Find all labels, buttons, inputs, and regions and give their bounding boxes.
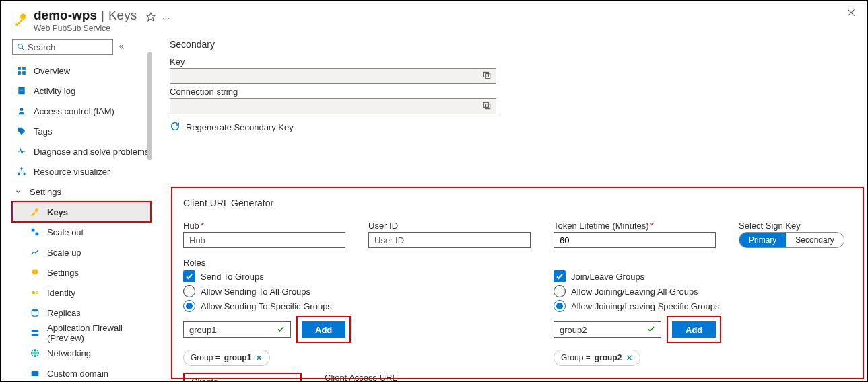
heart-icon — [16, 146, 27, 157]
conn-field[interactable] — [170, 98, 496, 114]
sidebar-settings-header[interactable]: Settings — [12, 182, 151, 202]
scaleout-icon — [30, 227, 40, 237]
svg-rect-23 — [36, 233, 39, 236]
radio-icon — [554, 285, 566, 297]
service-type: Web PubSub Service — [34, 24, 137, 33]
identity-icon — [30, 287, 40, 298]
sidebar-item-firewall[interactable]: Application Firewall (Preview) — [12, 323, 151, 343]
regen-secondary-button[interactable]: Regenerate Secondary Key — [170, 121, 855, 134]
userid-input[interactable] — [368, 232, 531, 248]
sidebar-item-customdomain[interactable]: Custom domain — [12, 363, 151, 382]
signkey-primary-button[interactable]: Primary — [739, 233, 786, 247]
join-specific-radio[interactable]: Allow Joining/Leaving Specific Groups — [554, 299, 836, 313]
copy-icon[interactable] — [482, 71, 492, 82]
radio-selected-icon — [554, 300, 566, 312]
svg-rect-8 — [18, 67, 21, 70]
sidebar-item-iam[interactable]: Access control (IAM) — [12, 101, 151, 121]
chevron-down-icon — [15, 187, 23, 197]
tag-icon — [16, 126, 27, 137]
svg-rect-32 — [483, 72, 488, 77]
svg-point-18 — [23, 173, 26, 176]
svg-rect-11 — [22, 71, 26, 75]
tree-icon — [16, 166, 27, 177]
network-icon — [30, 348, 40, 358]
token-label: Token Lifetime (Minutes)* — [554, 221, 716, 231]
key-field[interactable] — [170, 68, 496, 84]
sidebar-item-replicas[interactable]: Replicas — [12, 303, 151, 323]
radio-icon — [183, 285, 195, 297]
more-icon[interactable]: ··· — [162, 13, 170, 23]
copy-icon[interactable] — [482, 101, 492, 112]
chip-remove-icon[interactable]: ✕ — [626, 353, 633, 363]
token-input[interactable] — [554, 232, 716, 248]
key-label: Key — [170, 56, 855, 67]
send-group-chip[interactable]: Group = group1 ✕ — [183, 350, 270, 366]
join-group-chip[interactable]: Group = group2 ✕ — [554, 350, 640, 366]
sidebar-item-scaleup[interactable]: Scale up — [12, 242, 151, 262]
svg-line-19 — [19, 170, 22, 173]
svg-rect-27 — [32, 330, 39, 332]
join-add-button[interactable]: Add — [672, 321, 716, 338]
page-title: demo-wps|Keys — [34, 8, 137, 23]
send-specific-radio[interactable]: Allow Sending To Specific Groups — [183, 299, 466, 313]
sidebar-item-identity[interactable]: Identity — [12, 282, 151, 303]
database-icon — [30, 307, 40, 318]
svg-point-17 — [18, 173, 20, 176]
join-group-input[interactable]: group2 — [554, 321, 661, 338]
clients-label: Clients — [191, 377, 294, 382]
chip-remove-icon[interactable]: ✕ — [255, 353, 263, 363]
svg-rect-28 — [32, 334, 39, 336]
svg-point-25 — [32, 291, 35, 295]
key-icon — [12, 9, 28, 30]
person-icon — [16, 106, 27, 116]
sidebar-item-diagnose[interactable]: Diagnose and solve problems — [12, 141, 151, 161]
svg-point-21 — [35, 208, 38, 212]
hub-input[interactable] — [183, 232, 345, 248]
roles-label: Roles — [183, 258, 852, 268]
sidebar-item-activity[interactable]: Activity log — [12, 81, 151, 101]
send-groups-checkbox[interactable]: Send To Groups — [183, 269, 466, 284]
sidebar-item-networking[interactable]: Networking — [12, 343, 151, 363]
svg-marker-3 — [147, 13, 155, 21]
join-all-radio[interactable]: Allow Joining/Leaving All Groups — [554, 284, 836, 299]
key-small-icon — [30, 206, 40, 217]
sidebar-item-visualizer[interactable]: Resource visualizer — [12, 161, 151, 182]
svg-point-26 — [32, 309, 38, 312]
signkey-secondary-button[interactable]: Secondary — [786, 233, 843, 247]
svg-rect-33 — [486, 104, 490, 109]
svg-rect-34 — [483, 102, 488, 107]
checkbox-checked-icon — [183, 270, 195, 282]
sidebar-item-tags[interactable]: Tags — [12, 121, 151, 141]
sidebar-item-settings2[interactable]: Settings — [12, 262, 151, 282]
sidebar-item-scaleout[interactable]: Scale out — [12, 222, 151, 242]
svg-rect-31 — [486, 74, 490, 79]
sidebar-item-overview[interactable]: Overview — [12, 61, 151, 81]
check-icon — [647, 325, 655, 335]
search-input[interactable]: Search — [12, 39, 113, 55]
send-all-radio[interactable]: Allow Sending To All Groups — [183, 284, 466, 299]
secondary-title: Secondary — [170, 39, 855, 50]
send-add-button[interactable]: Add — [302, 321, 345, 338]
svg-point-15 — [20, 108, 24, 111]
favorite-icon[interactable] — [146, 12, 156, 24]
log-icon — [16, 85, 27, 96]
sidebar-item-keys[interactable]: Keys — [12, 202, 151, 222]
collapse-sidebar-icon[interactable] — [117, 42, 125, 52]
userid-label: User ID — [368, 221, 531, 231]
grid-icon — [16, 65, 27, 76]
hub-label: Hub* — [183, 221, 345, 231]
check-icon — [277, 325, 285, 335]
join-groups-checkbox[interactable]: Join/Leave Groups — [554, 269, 836, 284]
checkbox-checked-icon — [554, 270, 566, 282]
generator-title: Client URL Generator — [183, 198, 852, 208]
svg-rect-30 — [32, 371, 39, 376]
conn-label: Connection string — [170, 87, 855, 97]
signkey-toggle[interactable]: Primary Secondary — [739, 232, 844, 248]
svg-point-16 — [20, 167, 23, 170]
domain-icon — [30, 368, 40, 379]
svg-point-6 — [18, 44, 23, 49]
close-icon[interactable] — [846, 8, 856, 20]
chart-icon — [30, 247, 40, 258]
send-group-input[interactable]: group1 — [183, 321, 291, 338]
gear-icon — [30, 267, 40, 278]
